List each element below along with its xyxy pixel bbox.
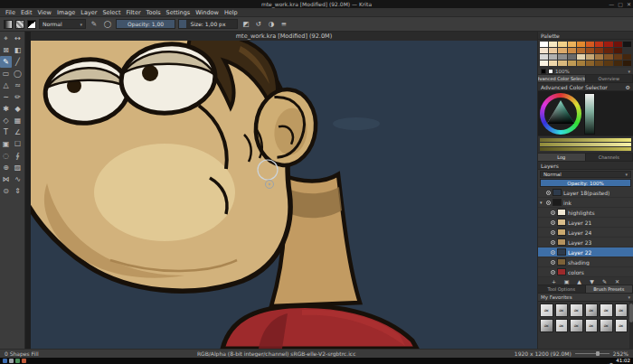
group-arrow-icon[interactable]: ▾	[540, 200, 544, 205]
palette-swatch[interactable]	[586, 61, 594, 66]
shade-row[interactable]	[540, 143, 631, 146]
rectangle-tool[interactable]: ▭	[0, 68, 12, 79]
palette-swatch[interactable]	[558, 42, 566, 47]
palette-swatch[interactable]	[577, 54, 585, 60]
palette-swatch[interactable]	[623, 48, 631, 53]
mirror-icon[interactable]: ◑	[266, 19, 277, 30]
layer-visibility-icon[interactable]	[551, 220, 555, 225]
delete-layer-button[interactable]: ✕	[614, 278, 621, 285]
palette-swatch[interactable]	[549, 54, 557, 60]
size-slider[interactable]: Size: 1,00 px	[178, 19, 238, 29]
line-tool[interactable]: ╱	[12, 56, 24, 68]
zoom-tool[interactable]: ⊙	[0, 185, 12, 197]
palette-swatch[interactable]	[568, 54, 576, 60]
layer-visibility-icon[interactable]	[546, 191, 551, 195]
brush-preset[interactable]: ≈	[600, 319, 613, 332]
palette-swatch[interactable]	[614, 42, 622, 47]
polygon-tool[interactable]: △	[0, 79, 12, 91]
menu-item-window[interactable]: Window	[193, 9, 222, 16]
menu-item-filter[interactable]: Filter	[123, 9, 143, 16]
palette-swatch[interactable]	[595, 54, 603, 60]
brush-preset[interactable]: ≈	[615, 303, 628, 317]
palette-swatch[interactable]	[623, 61, 631, 66]
move-tool[interactable]: ↔	[12, 33, 24, 44]
rectangular-select-tool[interactable]: ☐	[12, 138, 24, 150]
brush-scrollbar[interactable]	[629, 302, 633, 349]
layer-row[interactable]: ▾ink	[538, 198, 633, 208]
layer-row[interactable]: colors	[538, 267, 633, 277]
palette-swatch[interactable]	[586, 42, 594, 47]
tab-brush-presets[interactable]: Brush Presets	[586, 285, 633, 293]
palette-swatch[interactable]	[604, 54, 612, 60]
pattern-edit-tool[interactable]: ▦	[12, 115, 24, 126]
layer-visibility-icon[interactable]	[551, 260, 555, 265]
fill-tool[interactable]: ◆	[12, 103, 24, 115]
duplicate-layer-button[interactable]: ▣	[563, 278, 571, 285]
brush-preset[interactable]: ≈	[570, 319, 583, 332]
pan-tool[interactable]: ⇕	[12, 185, 24, 197]
layer-visibility-icon[interactable]	[551, 210, 555, 215]
taskbar-launcher[interactable]	[3, 359, 7, 363]
palette-white-chip[interactable]	[548, 69, 553, 74]
magnetic-select-tool[interactable]: ⋈	[0, 173, 12, 185]
layer-visibility-icon[interactable]	[551, 240, 555, 245]
palette-swatch[interactable]	[614, 54, 622, 60]
palette-swatch[interactable]	[549, 61, 557, 66]
palette-swatch[interactable]	[558, 61, 566, 66]
palette-swatch[interactable]	[549, 42, 557, 47]
palette-swatch[interactable]	[540, 61, 548, 66]
layer-row[interactable]: Layer 18(pasted)	[538, 188, 633, 198]
palette-swatch[interactable]	[577, 61, 585, 66]
palette-swatch[interactable]	[614, 48, 622, 53]
menu-item-select[interactable]: Select	[99, 9, 123, 16]
palette-swatch[interactable]	[540, 48, 548, 53]
eraser-icon[interactable]: ◩	[241, 19, 251, 30]
menu-item-file[interactable]: File	[3, 9, 18, 16]
pattern-chip[interactable]	[15, 20, 24, 29]
assistant-tool[interactable]: ∠	[12, 126, 24, 138]
color-triangle[interactable]	[544, 98, 577, 130]
canvas[interactable]	[31, 41, 537, 349]
freehand-brush-tool[interactable]: ✎	[0, 56, 12, 68]
shade-row[interactable]	[540, 147, 631, 151]
layer-row[interactable]: Layer 22	[538, 247, 633, 257]
tab-tool-options[interactable]: Tool Options	[538, 285, 586, 293]
palette-swatch[interactable]	[614, 61, 622, 66]
taskbar-launcher[interactable]	[9, 359, 14, 363]
palette-swatch[interactable]	[604, 48, 612, 53]
palette-swatch[interactable]	[540, 42, 548, 47]
taskbar-launcher[interactable]	[15, 359, 20, 363]
brush-preset[interactable]: ≈	[555, 303, 569, 317]
text-tool[interactable]: T	[0, 126, 12, 138]
layer-opacity-slider[interactable]: Opacity: 100%	[540, 179, 631, 187]
layer-visibility-icon[interactable]	[551, 230, 555, 235]
favorites-select[interactable]: My Favorites ▾	[538, 294, 633, 302]
palette-swatch[interactable]	[604, 42, 612, 47]
brush-preset[interactable]: ≈	[600, 303, 613, 317]
zoom-slider[interactable]	[575, 351, 609, 357]
similar-color-select-tool[interactable]: ⊕	[0, 162, 12, 173]
maximize-icon[interactable]: ▢	[618, 1, 623, 7]
tab-overview[interactable]: Overview	[586, 75, 633, 82]
palette-swatch[interactable]	[558, 54, 566, 60]
palette-swatch[interactable]	[623, 54, 631, 60]
close-icon[interactable]: ✕	[627, 1, 631, 7]
palette-swatch[interactable]	[568, 61, 576, 66]
layer-row[interactable]: Layer 23	[538, 238, 633, 247]
layer-row[interactable]: shading	[538, 257, 633, 267]
canvas-artwork[interactable]	[31, 41, 537, 349]
gradient-tool[interactable]: ◧	[12, 44, 24, 56]
tab-log[interactable]: Log	[538, 154, 586, 161]
gear-icon[interactable]: ⚙	[626, 84, 630, 90]
layer-blend-select[interactable]: Normal ▾	[540, 171, 631, 178]
reload-icon[interactable]: ↺	[253, 19, 264, 30]
palette-swatch[interactable]	[577, 42, 585, 47]
freehand-select-tool[interactable]: ∮	[12, 150, 24, 162]
opacity-slider[interactable]: Opacity: 1,00	[116, 19, 175, 29]
taskbar-clock[interactable]: 41:02	[616, 359, 630, 364]
menu-item-help[interactable]: Help	[222, 9, 241, 16]
tab-channels[interactable]: Channels	[586, 154, 633, 161]
brush-preset[interactable]: ≈	[615, 319, 628, 332]
palette-swatch[interactable]	[568, 42, 576, 47]
crop-tool[interactable]: ⊠	[0, 44, 12, 56]
